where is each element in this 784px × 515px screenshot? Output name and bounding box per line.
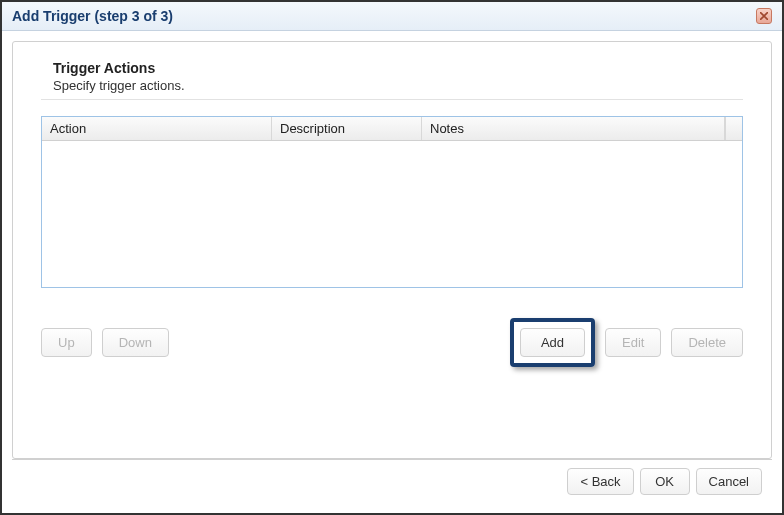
add-trigger-dialog: Add Trigger (step 3 of 3) Trigger Action… (2, 2, 782, 513)
delete-button[interactable]: Delete (671, 328, 743, 357)
ok-button[interactable]: OK (640, 468, 690, 495)
dialog-body: Trigger Actions Specify trigger actions.… (2, 31, 782, 513)
table-body-empty[interactable] (42, 141, 742, 287)
section-subtitle: Specify trigger actions. (53, 78, 743, 93)
actions-table: Action Description Notes (41, 116, 743, 288)
column-header-spacer (725, 117, 742, 140)
table-header: Action Description Notes (42, 117, 742, 141)
add-button[interactable]: Add (520, 328, 585, 357)
add-button-highlight: Add (510, 318, 595, 367)
edit-button[interactable]: Edit (605, 328, 661, 357)
column-header-notes[interactable]: Notes (422, 117, 725, 140)
close-icon[interactable] (756, 8, 772, 24)
content-panel: Trigger Actions Specify trigger actions.… (12, 41, 772, 459)
cancel-button[interactable]: Cancel (696, 468, 762, 495)
dialog-title: Add Trigger (step 3 of 3) (12, 8, 173, 24)
back-button[interactable]: < Back (567, 468, 633, 495)
section-title: Trigger Actions (53, 60, 743, 76)
down-button[interactable]: Down (102, 328, 169, 357)
column-header-description[interactable]: Description (272, 117, 422, 140)
column-header-action[interactable]: Action (42, 117, 272, 140)
section-header: Trigger Actions Specify trigger actions. (41, 60, 743, 100)
dialog-footer: < Back OK Cancel (12, 459, 772, 503)
up-button[interactable]: Up (41, 328, 92, 357)
table-buttons: Up Down Add Edit Delete (41, 318, 743, 367)
title-bar: Add Trigger (step 3 of 3) (2, 2, 782, 31)
